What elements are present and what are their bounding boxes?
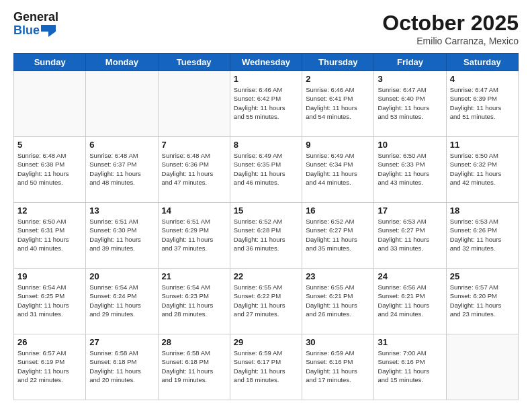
logo-general: General <box>13 11 58 24</box>
logo-arrow-icon <box>41 25 56 37</box>
subtitle: Emilio Carranza, Mexico <box>382 36 519 46</box>
day-number: 5 <box>17 140 82 150</box>
day-number: 19 <box>17 271 82 281</box>
day-info: Sunrise: 6:51 AM Sunset: 6:29 PM Dayligh… <box>162 217 226 253</box>
table-row: 22Sunrise: 6:55 AM Sunset: 6:22 PM Dayli… <box>230 269 302 334</box>
table-row <box>158 71 230 137</box>
day-number: 27 <box>89 337 154 347</box>
col-thursday: Thursday <box>302 54 374 71</box>
day-info: Sunrise: 6:53 AM Sunset: 6:26 PM Dayligh… <box>450 217 515 253</box>
day-number: 30 <box>306 337 370 347</box>
day-info: Sunrise: 6:55 AM Sunset: 6:21 PM Dayligh… <box>306 283 370 318</box>
day-number: 2 <box>306 74 370 84</box>
day-info: Sunrise: 6:49 AM Sunset: 6:35 PM Dayligh… <box>234 151 298 187</box>
col-friday: Friday <box>374 54 446 71</box>
calendar-body: 1Sunrise: 6:46 AM Sunset: 6:42 PM Daylig… <box>14 71 519 400</box>
table-row: 18Sunrise: 6:53 AM Sunset: 6:26 PM Dayli… <box>446 203 518 269</box>
table-row: 14Sunrise: 6:51 AM Sunset: 6:29 PM Dayli… <box>158 203 230 269</box>
table-row: 2Sunrise: 6:46 AM Sunset: 6:41 PM Daylig… <box>302 71 374 137</box>
day-number: 12 <box>17 205 82 216</box>
table-row: 1Sunrise: 6:46 AM Sunset: 6:42 PM Daylig… <box>230 71 302 137</box>
table-row <box>14 71 86 137</box>
day-number: 24 <box>378 271 442 281</box>
day-number: 18 <box>450 205 515 216</box>
day-info: Sunrise: 6:50 AM Sunset: 6:32 PM Dayligh… <box>450 151 515 187</box>
table-row: 10Sunrise: 6:50 AM Sunset: 6:33 PM Dayli… <box>374 137 446 203</box>
day-info: Sunrise: 6:54 AM Sunset: 6:25 PM Dayligh… <box>17 283 82 318</box>
day-info: Sunrise: 6:52 AM Sunset: 6:27 PM Dayligh… <box>306 217 370 253</box>
day-number: 17 <box>378 205 442 216</box>
day-info: Sunrise: 6:56 AM Sunset: 6:21 PM Dayligh… <box>378 283 442 318</box>
day-info: Sunrise: 6:46 AM Sunset: 6:41 PM Dayligh… <box>306 85 370 121</box>
day-number: 26 <box>17 337 82 347</box>
month-title: October 2025 <box>382 11 519 36</box>
week-row-1: 5Sunrise: 6:48 AM Sunset: 6:38 PM Daylig… <box>14 137 519 203</box>
table-row: 31Sunrise: 7:00 AM Sunset: 6:16 PM Dayli… <box>374 334 446 400</box>
header: General Blue October 2025 Emilio Carranz… <box>13 11 519 46</box>
table-row: 24Sunrise: 6:56 AM Sunset: 6:21 PM Dayli… <box>374 269 446 334</box>
day-number: 4 <box>450 74 515 84</box>
table-row: 4Sunrise: 6:47 AM Sunset: 6:39 PM Daylig… <box>446 71 518 137</box>
day-info: Sunrise: 6:48 AM Sunset: 6:37 PM Dayligh… <box>89 151 154 187</box>
table-row <box>86 71 158 137</box>
day-number: 3 <box>378 74 442 84</box>
table-row: 11Sunrise: 6:50 AM Sunset: 6:32 PM Dayli… <box>446 137 518 203</box>
day-number: 8 <box>234 140 298 150</box>
col-saturday: Saturday <box>446 54 518 71</box>
table-row: 23Sunrise: 6:55 AM Sunset: 6:21 PM Dayli… <box>302 269 374 334</box>
day-number: 7 <box>162 140 226 150</box>
col-tuesday: Tuesday <box>158 54 230 71</box>
day-info: Sunrise: 6:59 AM Sunset: 6:17 PM Dayligh… <box>234 349 298 384</box>
day-number: 1 <box>234 74 298 84</box>
day-number: 14 <box>162 205 226 216</box>
table-row <box>446 334 518 400</box>
day-number: 25 <box>450 271 515 281</box>
day-number: 23 <box>306 271 370 281</box>
day-number: 31 <box>378 337 442 347</box>
table-row: 30Sunrise: 6:59 AM Sunset: 6:16 PM Dayli… <box>302 334 374 400</box>
table-row: 17Sunrise: 6:53 AM Sunset: 6:27 PM Dayli… <box>374 203 446 269</box>
svg-marker-0 <box>41 25 56 37</box>
table-row: 26Sunrise: 6:57 AM Sunset: 6:19 PM Dayli… <box>14 334 86 400</box>
table-row: 25Sunrise: 6:57 AM Sunset: 6:20 PM Dayli… <box>446 269 518 334</box>
table-row: 16Sunrise: 6:52 AM Sunset: 6:27 PM Dayli… <box>302 203 374 269</box>
day-number: 10 <box>378 140 442 150</box>
calendar-table: Sunday Monday Tuesday Wednesday Thursday… <box>13 53 519 400</box>
week-row-0: 1Sunrise: 6:46 AM Sunset: 6:42 PM Daylig… <box>14 71 519 137</box>
page: General Blue October 2025 Emilio Carranz… <box>0 0 532 411</box>
day-info: Sunrise: 6:55 AM Sunset: 6:22 PM Dayligh… <box>234 283 298 318</box>
day-info: Sunrise: 6:48 AM Sunset: 6:36 PM Dayligh… <box>162 151 226 187</box>
day-number: 9 <box>306 140 370 150</box>
title-block: October 2025 Emilio Carranza, Mexico <box>382 11 519 46</box>
day-info: Sunrise: 6:50 AM Sunset: 6:31 PM Dayligh… <box>17 217 82 253</box>
day-number: 11 <box>450 140 515 150</box>
table-row: 6Sunrise: 6:48 AM Sunset: 6:37 PM Daylig… <box>86 137 158 203</box>
table-row: 21Sunrise: 6:54 AM Sunset: 6:23 PM Dayli… <box>158 269 230 334</box>
week-row-3: 19Sunrise: 6:54 AM Sunset: 6:25 PM Dayli… <box>14 269 519 334</box>
day-info: Sunrise: 6:58 AM Sunset: 6:18 PM Dayligh… <box>162 349 226 384</box>
table-row: 29Sunrise: 6:59 AM Sunset: 6:17 PM Dayli… <box>230 334 302 400</box>
day-number: 16 <box>306 205 370 216</box>
day-info: Sunrise: 6:49 AM Sunset: 6:34 PM Dayligh… <box>306 151 370 187</box>
table-row: 20Sunrise: 6:54 AM Sunset: 6:24 PM Dayli… <box>86 269 158 334</box>
logo-blue: Blue <box>13 24 58 38</box>
day-info: Sunrise: 6:51 AM Sunset: 6:30 PM Dayligh… <box>89 217 154 253</box>
day-info: Sunrise: 7:00 AM Sunset: 6:16 PM Dayligh… <box>378 349 442 384</box>
table-row: 27Sunrise: 6:58 AM Sunset: 6:18 PM Dayli… <box>86 334 158 400</box>
day-info: Sunrise: 6:53 AM Sunset: 6:27 PM Dayligh… <box>378 217 442 253</box>
week-row-4: 26Sunrise: 6:57 AM Sunset: 6:19 PM Dayli… <box>14 334 519 400</box>
day-number: 6 <box>89 140 154 150</box>
day-info: Sunrise: 6:46 AM Sunset: 6:42 PM Dayligh… <box>234 85 298 121</box>
day-info: Sunrise: 6:57 AM Sunset: 6:19 PM Dayligh… <box>17 349 82 384</box>
day-number: 28 <box>162 337 226 347</box>
week-row-2: 12Sunrise: 6:50 AM Sunset: 6:31 PM Dayli… <box>14 203 519 269</box>
header-row: Sunday Monday Tuesday Wednesday Thursday… <box>14 54 519 71</box>
table-row: 8Sunrise: 6:49 AM Sunset: 6:35 PM Daylig… <box>230 137 302 203</box>
day-number: 15 <box>234 205 298 216</box>
day-info: Sunrise: 6:58 AM Sunset: 6:18 PM Dayligh… <box>89 349 154 384</box>
day-number: 13 <box>89 205 154 216</box>
day-number: 22 <box>234 271 298 281</box>
day-info: Sunrise: 6:47 AM Sunset: 6:40 PM Dayligh… <box>378 85 442 121</box>
logo-wordmark: General Blue <box>13 11 58 38</box>
day-number: 21 <box>162 271 226 281</box>
